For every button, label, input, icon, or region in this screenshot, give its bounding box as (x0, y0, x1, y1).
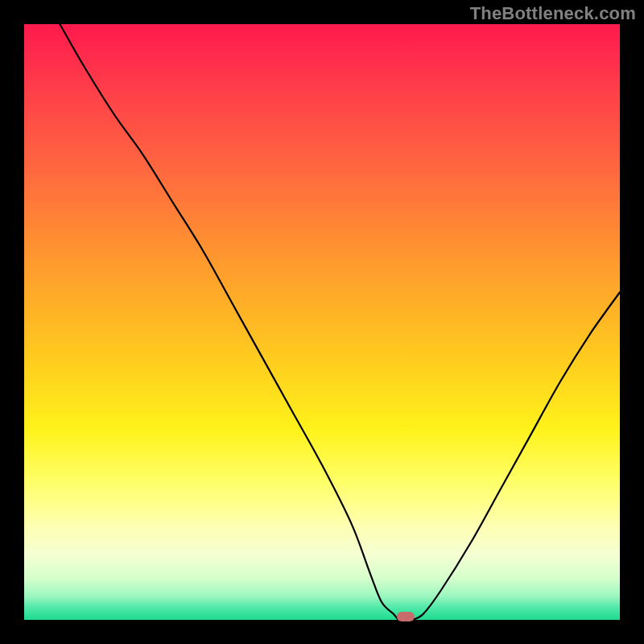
chart-frame: TheBottleneck.com (0, 0, 644, 644)
plot-area (24, 24, 620, 620)
watermark-text: TheBottleneck.com (470, 3, 636, 24)
optimum-marker (397, 612, 415, 621)
data-curve (60, 24, 620, 621)
curve-svg (24, 24, 620, 620)
